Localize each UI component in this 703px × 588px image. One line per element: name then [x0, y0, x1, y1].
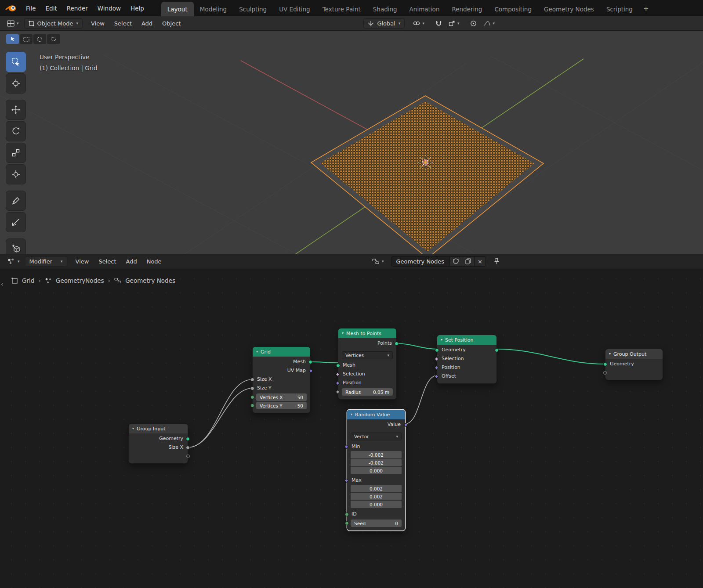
editor-type-select-nodes[interactable]: ▾: [4, 256, 22, 266]
socket-seed-input[interactable]: [345, 521, 349, 525]
orientation-select[interactable]: Global ▾: [363, 18, 405, 29]
max-z-field[interactable]: 0.000: [351, 501, 402, 508]
socket-virtual-input[interactable]: [603, 371, 607, 375]
unlink-button[interactable]: ×: [474, 257, 486, 266]
min-x-field[interactable]: -0.002: [351, 451, 402, 458]
tab-modeling[interactable]: Modeling: [194, 2, 233, 16]
tab-uv-editing[interactable]: UV Editing: [273, 2, 316, 16]
node-set-position-header[interactable]: ▾ Set Position: [437, 335, 496, 345]
fake-user-toggle[interactable]: [449, 257, 462, 266]
breadcrumb-item-tree[interactable]: Geometry Nodes: [125, 277, 175, 284]
menu-add[interactable]: Add: [137, 18, 157, 29]
sidebar-toggle[interactable]: ‹: [1, 281, 4, 288]
node-context-select[interactable]: Modifier ▾: [25, 256, 67, 267]
max-x-field[interactable]: 0.002: [351, 485, 402, 492]
socket-radius-input[interactable]: [336, 390, 340, 394]
tab-geometry-nodes[interactable]: Geometry Nodes: [538, 2, 600, 16]
seed-field[interactable]: Seed 0: [351, 519, 402, 527]
socket-position-input[interactable]: [435, 365, 439, 370]
node-group-output[interactable]: ▾ Group Output Geometry: [605, 349, 663, 380]
node-random-value-header[interactable]: ▾ Random Value: [347, 410, 405, 419]
collapse-icon[interactable]: ▾: [441, 338, 442, 342]
tab-sculpting[interactable]: Sculpting: [233, 2, 273, 16]
blender-logo-icon[interactable]: [4, 4, 18, 13]
breadcrumb-item-object[interactable]: Grid: [22, 277, 34, 284]
select-lasso-button[interactable]: [47, 34, 60, 44]
tool-rotate[interactable]: [6, 121, 26, 141]
min-z-field[interactable]: 0.000: [351, 467, 402, 474]
socket-id-input[interactable]: [345, 512, 349, 516]
node-group-output-header[interactable]: ▾ Group Output: [605, 349, 663, 359]
viewport-scene[interactable]: [0, 31, 703, 254]
socket-points-output[interactable]: [395, 342, 399, 346]
menu-render[interactable]: Render: [62, 3, 93, 14]
mode-select[interactable]: Object Mode ▾: [24, 18, 83, 29]
min-y-field[interactable]: -0.002: [351, 459, 402, 466]
select-circle-button[interactable]: [33, 34, 46, 44]
socket-max-input[interactable]: [344, 478, 349, 483]
snap-toggle[interactable]: [433, 19, 445, 28]
menu-node-node[interactable]: Node: [142, 256, 167, 267]
viewport-3d[interactable]: User Perspective (1) Collection | Grid: [0, 31, 703, 254]
menu-select[interactable]: Select: [109, 18, 137, 29]
collapse-icon[interactable]: ▾: [609, 352, 611, 356]
socket-sizex-output[interactable]: [186, 446, 190, 450]
vertices-x-field[interactable]: Vertices X 50: [256, 393, 307, 401]
tab-layout[interactable]: Layout: [161, 2, 194, 16]
tool-add-cube[interactable]: [6, 238, 26, 254]
socket-virtual-output[interactable]: [186, 455, 190, 458]
vertices-y-field[interactable]: Vertices Y 50: [256, 402, 307, 409]
socket-geometry-output[interactable]: [495, 348, 499, 352]
select-tweak-button[interactable]: [6, 34, 19, 44]
new-copy-button[interactable]: [462, 257, 474, 266]
data-type-dropdown[interactable]: Vector ▾: [351, 433, 402, 440]
menu-node-view[interactable]: View: [71, 256, 94, 267]
pivot-point-select[interactable]: ▾: [410, 19, 427, 28]
max-y-field[interactable]: 0.002: [351, 493, 402, 500]
tool-measure[interactable]: [6, 212, 26, 232]
socket-verticesy-input[interactable]: [250, 404, 254, 408]
socket-uvmap-output[interactable]: [309, 368, 313, 373]
tool-cursor[interactable]: [6, 73, 26, 94]
node-group-input[interactable]: ▾ Group Input Geometry Size X: [129, 424, 188, 463]
tab-texture-paint[interactable]: Texture Paint: [316, 2, 367, 16]
tool-select-box[interactable]: [6, 52, 26, 72]
proportional-falloff-select[interactable]: ▾: [481, 19, 497, 28]
tab-shading[interactable]: Shading: [367, 2, 403, 16]
proportional-edit-toggle[interactable]: [467, 19, 479, 28]
menu-node-add[interactable]: Add: [121, 256, 142, 267]
menu-window[interactable]: Window: [93, 3, 126, 14]
node-random-value[interactable]: ▾ Random Value Value Vector ▾ Min -0.002…: [347, 410, 405, 530]
menu-edit[interactable]: Edit: [41, 3, 62, 14]
socket-value-output[interactable]: [404, 422, 408, 427]
radius-field[interactable]: Radius 0.05 m: [342, 388, 393, 396]
socket-min-input[interactable]: [344, 444, 349, 449]
pin-toggle[interactable]: [493, 258, 500, 265]
menu-object[interactable]: Object: [157, 18, 185, 29]
socket-selection-input[interactable]: [336, 372, 340, 376]
node-editor[interactable]: ‹ Grid › GeometryNodes › Geometry Nodes: [0, 269, 703, 588]
add-workspace-button[interactable]: +: [639, 1, 653, 16]
node-grid[interactable]: ▾ Grid Mesh UV Map Size X Size Y: [253, 347, 310, 413]
menu-node-select[interactable]: Select: [94, 256, 121, 267]
node-mesh-to-points-header[interactable]: ▾ Mesh to Points: [338, 328, 396, 338]
menu-help[interactable]: Help: [126, 3, 149, 14]
socket-mesh-input[interactable]: [336, 364, 340, 368]
node-grid-header[interactable]: ▾ Grid: [253, 347, 310, 357]
socket-verticesx-input[interactable]: [250, 395, 254, 399]
socket-geometry-input[interactable]: [435, 348, 439, 352]
tab-rendering[interactable]: Rendering: [446, 2, 488, 16]
node-set-position[interactable]: ▾ Set Position Geometry Selection Positi…: [437, 335, 496, 383]
socket-selection-input[interactable]: [435, 357, 439, 361]
socket-mesh-output[interactable]: [308, 360, 312, 364]
editor-type-select[interactable]: ▾: [4, 19, 22, 28]
socket-sizex-input[interactable]: [250, 378, 254, 382]
node-tree-name[interactable]: Geometry Nodes: [391, 257, 449, 266]
socket-offset-input[interactable]: [435, 374, 439, 379]
socket-geometry-output[interactable]: [186, 437, 190, 441]
socket-position-input[interactable]: [336, 381, 340, 385]
collapse-icon[interactable]: ▾: [256, 350, 258, 354]
menu-file[interactable]: File: [21, 3, 41, 14]
browse-node-tree-button[interactable]: ▾: [370, 257, 387, 266]
socket-sizey-input[interactable]: [250, 386, 254, 390]
